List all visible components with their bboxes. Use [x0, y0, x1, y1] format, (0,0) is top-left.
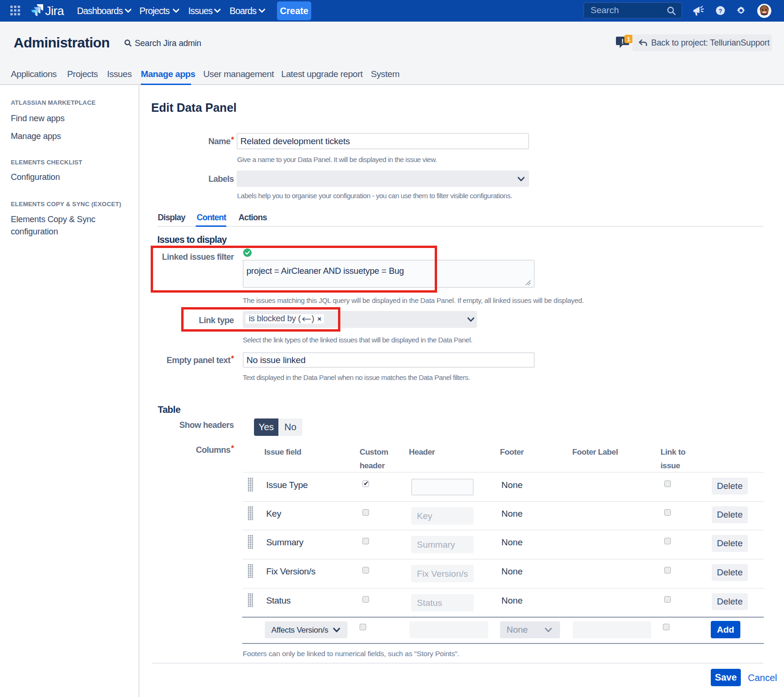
svg-text:?: ?: [719, 8, 723, 15]
svg-text:1: 1: [627, 36, 630, 43]
svg-text:!: !: [622, 37, 624, 45]
